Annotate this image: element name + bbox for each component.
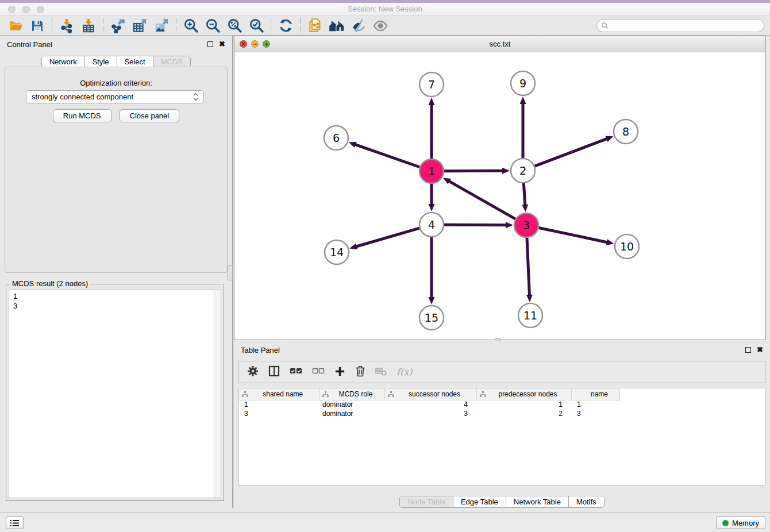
app-title: Session: New Session [0,3,770,16]
home-icon[interactable] [326,17,348,34]
criterion-dropdown-value: strongly connected component [32,92,193,101]
visual-styles-icon[interactable] [348,17,369,34]
memory-button[interactable]: Memory [716,516,765,529]
graph-node-label-14: 14 [330,246,344,259]
deselect-all-rows-icon[interactable] [312,367,325,377]
graph-edge-3-1[interactable] [449,181,515,219]
save-session-icon[interactable] [26,17,48,34]
zoom-in-icon[interactable] [180,17,202,34]
graph-edge-2-3[interactable] [523,183,525,206]
network-graph[interactable]: 1234678910111415 [234,52,765,340]
graph-node-label-11: 11 [523,309,537,322]
status-bar: Memory [0,512,770,532]
graph-node-label-8: 8 [622,125,629,138]
toolbar-separator [300,18,301,33]
export-network-icon[interactable] [107,17,129,34]
network-window-title: scc.txt [490,40,511,48]
float-table-panel-icon[interactable] [745,347,751,353]
graph-edge-arrowhead [606,239,614,245]
graph-edge-2-8[interactable] [535,138,608,166]
graph-edge-4-14[interactable] [356,228,419,246]
graph-node-label-2: 2 [519,164,526,177]
zoom-out-icon[interactable] [202,17,224,34]
table-options-gear-icon[interactable] [247,365,259,379]
graph-node-label-9: 9 [519,77,526,90]
import-table-icon[interactable] [78,17,99,34]
tab-network[interactable]: Network [42,56,84,67]
network-minimize-icon[interactable] [251,40,259,48]
graph-node-label-4: 4 [428,218,435,231]
tab-node-table[interactable]: Node Table [400,496,453,507]
graph-edge-arrowhead [349,142,357,148]
control-panel-title: Control Panel [7,40,202,49]
main-toolbar [0,16,770,36]
graph-edge-1-2[interactable] [444,171,503,171]
open-session-icon[interactable] [5,17,26,34]
vertical-splitter-handle[interactable] [228,265,233,280]
window-controls[interactable] [8,6,44,13]
delete-selected-columns-icon[interactable] [375,366,387,378]
graph-edge-4-3[interactable] [444,225,507,225]
minimize-window-button[interactable] [22,6,30,13]
horizontal-splitter-handle[interactable] [495,338,500,341]
export-image-icon[interactable] [151,17,172,34]
result-scrollbar[interactable] [214,290,221,498]
node-table-container: shared nameMCDS rolesuccessor nodesprede… [238,388,765,485]
mcds-result-textarea[interactable]: 1 3 [9,290,221,498]
float-panel-icon[interactable] [207,41,213,47]
network-window-titlebar[interactable]: scc.txt [234,36,765,52]
network-close-icon[interactable] [240,40,247,48]
mcds-result-title: MCDS result (2 nodes) [10,279,90,288]
table-row[interactable]: 3dominator323 [239,409,619,418]
tab-motifs[interactable]: Motifs [568,496,604,507]
tab-network-table[interactable]: Network Table [506,496,568,507]
close-panel-icon[interactable]: ✖ [219,41,225,47]
task-history-button[interactable] [6,516,24,529]
tab-edge-table[interactable]: Edge Table [453,496,506,507]
table-panel: Table Panel ✖ f(x) shared nameMCDS roles… [234,342,770,510]
graph-edge-3-10[interactable] [539,228,608,242]
duplicate-network-icon[interactable] [304,17,326,34]
result-line: 3 [13,301,217,311]
close-window-button[interactable] [8,6,16,13]
export-table-icon[interactable] [129,17,151,34]
column-header-successor-nodes[interactable]: successor nodes [384,388,476,400]
show-hide-panel-eye-icon[interactable] [369,17,391,34]
column-header-shared-name[interactable]: shared name [239,388,319,400]
function-builder-icon[interactable]: f(x) [396,367,412,377]
close-panel-button[interactable]: Close panel [120,109,180,122]
create-column-plus-icon[interactable] [334,366,345,379]
column-browser-icon[interactable] [268,365,280,379]
table-row[interactable]: 1dominator411 [239,400,619,409]
graph-edge-1-6[interactable] [355,144,419,167]
delete-columns-trash-icon[interactable] [355,365,365,379]
zoom-window-button[interactable] [37,6,44,13]
close-table-panel-icon[interactable]: ✖ [757,347,763,353]
graph-node-label-3: 3 [523,219,530,232]
search-input[interactable] [611,22,760,30]
criterion-dropdown[interactable]: strongly connected component [26,90,204,103]
zoom-selected-icon[interactable] [245,17,267,34]
graph-edge-arrowhead [506,222,513,228]
node-table: shared nameMCDS rolesuccessor nodesprede… [239,388,620,418]
list-icon [10,519,20,527]
search-field[interactable] [596,19,764,32]
graph-node-label-7: 7 [428,78,435,91]
graph-edge-3-11[interactable] [527,238,530,296]
import-network-icon[interactable] [56,17,78,34]
column-header-MCDS-role[interactable]: MCDS role [319,388,384,400]
tab-mcds[interactable]: MCDS [153,56,190,67]
network-maximize-icon[interactable] [263,40,270,48]
control-panel-tabs: Network Style Select MCDS [41,56,191,68]
refresh-view-icon[interactable] [275,17,297,34]
fit-content-icon[interactable] [224,17,245,34]
column-header-name[interactable]: name [571,388,619,400]
column-header-predecessor-nodes[interactable]: predecessor nodes [476,388,571,400]
result-line: 1 [13,291,217,301]
tab-style[interactable]: Style [84,56,117,67]
run-mcds-button[interactable]: Run MCDS [53,109,111,122]
optimization-criterion-label: Optimization criterion: [5,79,227,87]
network-canvas[interactable]: 1234678910111415 [234,52,765,340]
tab-select[interactable]: Select [117,56,153,67]
select-all-rows-icon[interactable] [290,367,302,377]
